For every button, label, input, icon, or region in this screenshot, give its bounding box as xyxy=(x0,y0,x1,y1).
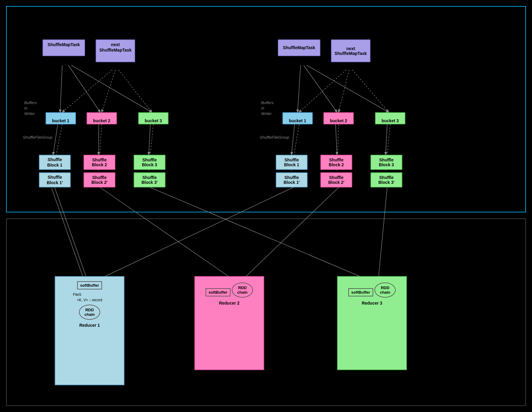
right-bucket1: bucket 1 xyxy=(282,112,313,124)
left-shuffle-block-3: ShuffleBlock 3 xyxy=(134,155,165,170)
right-next-shuffle-map-task: nextShuffleMapTask xyxy=(331,39,370,62)
reducer1-label: Reducer 1 xyxy=(60,323,119,328)
reducer3-softbuffer: softBuffer xyxy=(348,288,373,296)
left-bucket2: bucket 2 xyxy=(87,112,117,124)
main-container: ShuffleMapTask nextShuffleMapTask Buffer… xyxy=(6,6,526,406)
left-bucket1: bucket 1 xyxy=(46,112,76,124)
right-bucket2: bucket 2 xyxy=(323,112,354,124)
reducer3-label: Reducer 3 xyxy=(342,301,402,306)
reducer3-rdd-chain: RDDchain xyxy=(374,282,396,298)
left-shuffle-block-3-prime: ShuffleBlock 3' xyxy=(134,172,165,187)
right-shuffle-block-3: ShuffleBlock 3 xyxy=(370,155,402,170)
right-shuffle-block-1-prime: ShuffleBlock 1' xyxy=(276,172,308,187)
left-next-shuffle-map-task: nextShuffleMapTask xyxy=(96,39,135,62)
reducer1-softbuffer: softBuffer xyxy=(77,281,102,289)
left-shuffle-block-2-prime: ShuffleBlock 2' xyxy=(84,172,115,187)
left-shuffle-block-2: ShuffleBlock 2 xyxy=(84,155,115,170)
left-buffers-label: BuffersinWriter xyxy=(24,100,37,117)
reducer3-box: softBuffer RDDchain Reducer 3 xyxy=(337,276,407,370)
right-bucket3: bucket 3 xyxy=(375,112,405,124)
reducer1-kv-label: <K, V> ↓ record xyxy=(60,298,119,302)
left-shufflefilegroup-label: ShuffleFileGroup xyxy=(23,135,53,140)
right-shuffle-block-2-prime: ShuffleBlock 2' xyxy=(320,172,352,187)
reducer1-box: softBuffer FileS <K, V> ↓ record RDDchai… xyxy=(55,276,124,385)
reducer2-label: Reducer 2 xyxy=(200,301,259,306)
reducer2-softbuffer: softBuffer xyxy=(206,288,230,296)
left-shuffle-block-1: ShuffleBlock 1 xyxy=(39,155,71,170)
reducer1-rdd-chain: RDDchain xyxy=(79,305,100,320)
reducer2-box: softBuffer RDDchain Reducer 2 xyxy=(194,276,264,370)
right-shuffle-block-1: ShuffleBlock 1 xyxy=(276,155,308,170)
right-shufflefilegroup-label: ShuffleFileGroup xyxy=(260,135,289,140)
right-shuffle-block-2: ShuffleBlock 2 xyxy=(320,155,352,170)
reducer2-rdd-chain: RDDchain xyxy=(232,282,253,298)
left-shuffle-block-1-prime: ShuffleBlock 1' xyxy=(39,172,71,187)
left-bucket3: bucket 3 xyxy=(138,112,169,124)
left-shuffle-map-task: ShuffleMapTask xyxy=(43,39,85,56)
right-buffers-label: BuffersinWriter xyxy=(261,100,274,117)
right-shuffle-map-task: ShuffleMapTask xyxy=(278,39,320,56)
reducer1-file-label: FileS xyxy=(60,292,119,297)
right-shuffle-block-3-prime: ShuffleBlock 3' xyxy=(370,172,402,187)
